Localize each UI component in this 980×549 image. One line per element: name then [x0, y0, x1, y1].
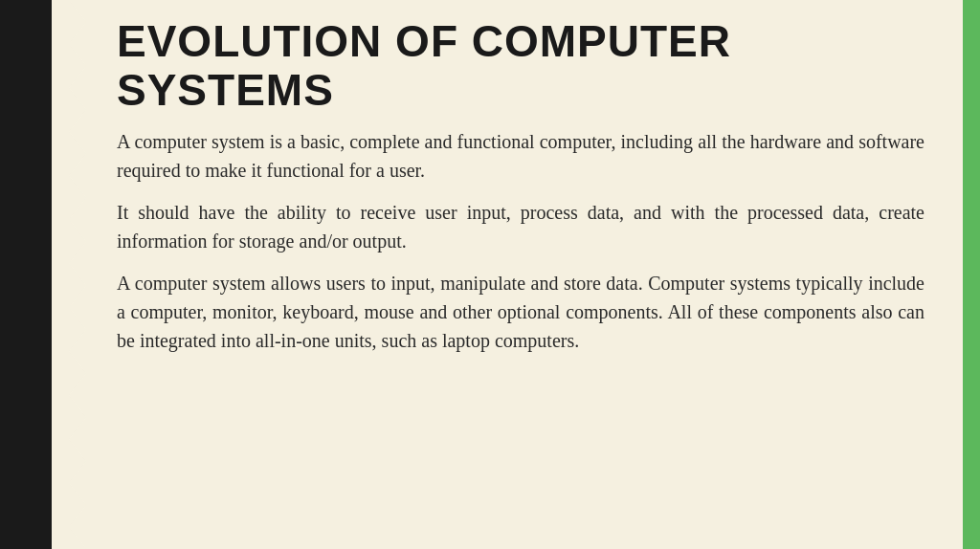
main-content: EVOLUTION OF COMPUTER SYSTEMS A computer…	[69, 0, 963, 549]
page-container: EVOLUTION OF COMPUTER SYSTEMS A computer…	[0, 0, 980, 549]
paragraph-2: It should have the ability to receive us…	[117, 198, 924, 255]
left-border	[0, 0, 69, 549]
right-border	[963, 0, 980, 549]
page-title: EVOLUTION OF COMPUTER SYSTEMS	[117, 17, 924, 114]
paragraph-1: A computer system is a basic, complete a…	[117, 127, 924, 185]
paragraph-3: A computer system allows users to input,…	[117, 269, 924, 355]
